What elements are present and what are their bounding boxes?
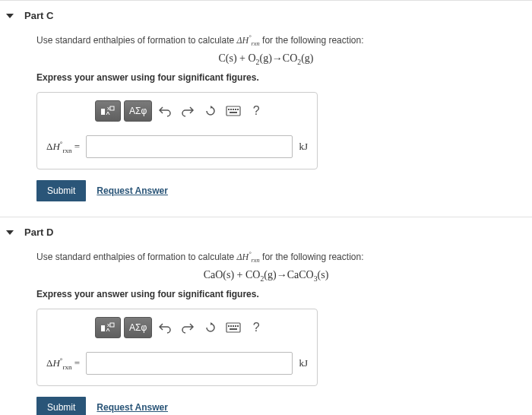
part-c-body: Use standard enthalpies of formation to … (0, 30, 532, 217)
template-icon: x (100, 322, 116, 334)
request-answer-link[interactable]: Request Answer (97, 402, 168, 413)
svg-text:x: x (107, 322, 110, 328)
keyboard-icon (226, 106, 241, 116)
toolbar: x ΑΣφ ? (37, 309, 317, 344)
part-d-body: Use standard enthalpies of formation to … (0, 247, 532, 415)
caret-down-icon (6, 230, 14, 235)
keyboard-button[interactable] (223, 100, 243, 122)
caret-down-icon (6, 14, 14, 18)
redo-button[interactable] (178, 317, 198, 338)
instruction-suffix: for the following reaction: (260, 35, 364, 46)
part-c-title: Part C (24, 10, 53, 21)
svg-rect-19 (230, 328, 237, 330)
svg-rect-13 (226, 323, 240, 332)
svg-rect-15 (230, 325, 232, 327)
undo-icon (159, 105, 171, 117)
svg-rect-3 (226, 106, 240, 116)
svg-rect-10 (101, 325, 105, 331)
svg-rect-16 (233, 325, 234, 327)
input-row: ΔH°rxn = kJ (37, 344, 317, 385)
part-c-section: Part C Use standard enthalpies of format… (0, 0, 532, 217)
help-button[interactable]: ? (246, 100, 266, 122)
reset-button[interactable] (201, 317, 220, 338)
variable-label: ΔH°rxn = (46, 141, 80, 153)
variable-label: ΔH°rxn = (46, 357, 80, 369)
part-c-answer-box: x ΑΣφ ? ΔH°rxn = kJ (36, 92, 318, 169)
svg-rect-17 (235, 325, 236, 327)
reset-icon (204, 105, 217, 117)
part-d-title: Part D (24, 227, 53, 238)
svg-rect-7 (235, 109, 236, 110)
instruction-prefix: Use standard enthalpies of formation to … (36, 35, 236, 46)
redo-icon (182, 105, 194, 117)
answer-input[interactable] (86, 135, 293, 158)
svg-rect-18 (237, 325, 239, 327)
part-c-sigfig: Express your answer using four significa… (36, 72, 496, 83)
svg-rect-9 (230, 112, 237, 113)
svg-rect-2 (110, 106, 114, 110)
request-answer-link[interactable]: Request Answer (97, 185, 168, 196)
keyboard-button[interactable] (223, 317, 243, 338)
part-d-equation: CaO(s) + CO2(g)→CaCO3(s) (36, 269, 496, 281)
undo-icon (159, 322, 171, 334)
submit-button[interactable]: Submit (36, 180, 86, 201)
reset-button[interactable] (201, 100, 220, 122)
instruction-suffix: for the following reaction: (260, 252, 364, 262)
keyboard-icon (226, 322, 241, 333)
template-button[interactable]: x (95, 100, 121, 122)
answer-input[interactable] (86, 352, 293, 375)
redo-icon (182, 322, 194, 334)
undo-button[interactable] (155, 100, 175, 122)
part-c-header[interactable]: Part C (0, 1, 532, 30)
svg-rect-6 (233, 109, 234, 110)
svg-rect-0 (101, 109, 105, 115)
redo-button[interactable] (178, 100, 198, 122)
greek-button[interactable]: ΑΣφ (124, 100, 152, 122)
svg-rect-8 (237, 109, 239, 110)
delta-h-symbol: ΔH°rxn (236, 35, 259, 46)
template-button[interactable]: x (95, 317, 121, 338)
input-row: ΔH°rxn = kJ (37, 128, 317, 169)
help-button[interactable]: ? (246, 317, 266, 338)
submit-button[interactable]: Submit (36, 397, 86, 415)
unit-label: kJ (299, 141, 308, 153)
greek-button[interactable]: ΑΣφ (124, 317, 152, 338)
part-c-instruction: Use standard enthalpies of formation to … (36, 33, 496, 48)
instruction-prefix: Use standard enthalpies of formation to … (36, 252, 236, 262)
delta-h-symbol: ΔH°rxn (236, 252, 259, 262)
part-d-header[interactable]: Part D (0, 217, 532, 247)
svg-rect-5 (230, 109, 232, 110)
part-d-answer-box: x ΑΣφ ? ΔH°rxn = kJ (36, 309, 318, 386)
action-row: Submit Request Answer (36, 397, 496, 415)
reset-icon (204, 322, 217, 334)
action-row: Submit Request Answer (36, 180, 496, 201)
svg-rect-12 (110, 323, 114, 327)
svg-rect-14 (228, 325, 230, 327)
template-icon: x (100, 105, 116, 117)
part-d-section: Part D Use standard enthalpies of format… (0, 217, 532, 415)
svg-text:x: x (107, 106, 110, 111)
part-c-equation: C(s) + O2(g)→CO2(g) (36, 52, 496, 65)
svg-rect-4 (228, 109, 230, 110)
part-d-instruction: Use standard enthalpies of formation to … (36, 250, 496, 265)
unit-label: kJ (299, 357, 308, 369)
undo-button[interactable] (155, 317, 175, 338)
part-d-sigfig: Express your answer using four significa… (36, 289, 496, 299)
toolbar: x ΑΣφ ? (37, 93, 317, 128)
